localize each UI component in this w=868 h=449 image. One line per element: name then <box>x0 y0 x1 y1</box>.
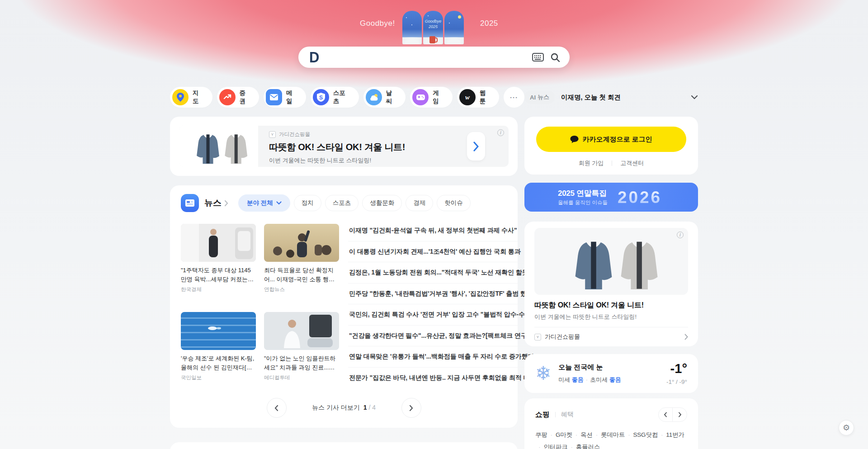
shortcut-label: 지도 <box>193 89 205 105</box>
shopping-next-button[interactable] <box>673 408 687 421</box>
news-card-press: 메디컬투데 <box>264 374 339 381</box>
mail-icon <box>266 89 282 105</box>
shop-link[interactable]: 인터파크 <box>535 444 568 449</box>
advertiser-row[interactable]: Y 가디건쇼핑몰 <box>534 333 688 341</box>
special-2026-graphic: 2026 <box>618 189 662 206</box>
side-ad-card[interactable]: i 따뜻함 OK! 스타일 OK! 겨울 니트! 이번 겨울에는 따뜻한 니트로… <box>524 222 698 346</box>
ai-news-headline[interactable]: 이재명, 오늘 첫 회견 <box>561 93 691 102</box>
advertiser-logo-icon: Y <box>534 334 541 340</box>
ad-product-image: i <box>534 228 688 295</box>
weather-title: 오늘 전국에 눈 <box>558 363 666 372</box>
divider <box>612 161 612 166</box>
weather-cloud-icon <box>366 89 382 105</box>
svg-text:w: w <box>465 94 470 100</box>
tab-politics[interactable]: 정치 <box>294 195 321 211</box>
shop-link[interactable]: G마켓 <box>547 431 572 438</box>
shopping-prev-button[interactable] <box>659 408 673 421</box>
tab-life[interactable]: 생활문화 <box>362 195 402 211</box>
shop-link[interactable]: SSG닷컴 <box>625 431 658 438</box>
more-dots-icon: ··· <box>510 94 518 101</box>
advertiser-logo-icon: Y <box>269 131 276 138</box>
mug-illustration <box>429 36 435 43</box>
shortcut-label: 게임 <box>433 89 445 105</box>
ai-news-row: AI뉴스 이재명, 오늘 첫 회견 <box>524 90 698 104</box>
gear-icon: ⚙ <box>843 423 850 433</box>
ad-banner-card-bottom: Y 가디건쇼핑몰 i <box>170 442 518 449</box>
chevron-right-icon <box>684 334 688 340</box>
pagination-label: 뉴스 기사 더보기 <box>312 404 360 411</box>
shopping-benefit-tab[interactable]: 혜택 <box>561 411 574 419</box>
shortcut-stocks[interactable]: 증권 <box>217 87 259 108</box>
login-card: 카카오계정으로 로그인 회원 가입 고객센터 <box>524 117 698 175</box>
tab-economy[interactable]: 경제 <box>406 195 433 211</box>
news-card-title: "1주택자도 종부 대상 1145만명 육박...세부담 커졌는데" [부동산은… <box>181 266 256 284</box>
news-card-title: "이가 없는 노인 임플란트하세요" 치과들 과잉 진료...모르면 당해, 건… <box>264 354 339 372</box>
shortcut-sports[interactable]: S 스포츠 <box>311 87 359 108</box>
shop-link[interactable]: 홈플러스 <box>568 444 600 449</box>
ad-product-image <box>179 126 258 167</box>
ad-subtitle: 이번 겨울에는 따뜻한 니트로 스타일링! <box>534 313 688 321</box>
shortcut-mail[interactable]: 메일 <box>264 87 306 108</box>
news-photo-card[interactable]: "이가 없는 노인 임플란트하세요" 치과들 과잉 진료...모르면 당해, 건… <box>264 312 339 388</box>
snowflake-icon: ❄ <box>535 364 551 383</box>
settings-gear-button[interactable]: ⚙ <box>839 420 854 435</box>
next-page-button[interactable] <box>401 398 421 418</box>
shortcut-label: 스포츠 <box>333 89 351 105</box>
tab-sports[interactable]: 스포츠 <box>325 195 359 211</box>
shop-link[interactable]: 롯데마트 <box>593 431 625 438</box>
shopping-title: 쇼핑 <box>535 410 550 420</box>
pagination-current: 1 <box>363 404 367 411</box>
news-more-icon[interactable] <box>224 200 228 207</box>
weather-card[interactable]: ❄ 오늘 전국에 눈 미세 좋음·초미세 좋음 -1° -1° / -9° <box>524 354 698 393</box>
news-thumbnail <box>264 224 339 262</box>
ad-subtitle: 이번 겨울에는 따뜻한 니트로 스타일링! <box>269 156 454 165</box>
news-section-icon <box>181 194 199 212</box>
current-temperature: -1° <box>666 362 687 375</box>
shortcut-weather[interactable]: 날씨 <box>363 87 406 108</box>
shortcut-label: 메일 <box>286 89 298 105</box>
advertiser-name: 가디건쇼핑몰 <box>545 333 681 341</box>
shortcut-map[interactable]: 지도 <box>170 87 212 108</box>
prev-page-button[interactable] <box>267 398 287 418</box>
shortcut-label: 증권 <box>240 89 252 105</box>
shopping-card: 쇼핑 혜택 쿠팡G마켓옥션롯데마트SSG닷컴11번가인터파크홈플러스 <box>524 398 698 449</box>
tab-category-all[interactable]: 분야 전체 <box>238 194 290 212</box>
year-end-special-banner[interactable]: 2025 연말특집 올해를 움직인 이슈들 2026 <box>524 183 698 212</box>
news-card-title: '우승 제조'로 세계화된 K-팀, 올해의 선수 된 김민재다[스포츠 결산] <box>181 354 256 372</box>
shortcut-game[interactable]: 게임 <box>410 87 453 108</box>
news-photo-card[interactable]: "1주택자도 종부 대상 1145만명 육박...세부담 커졌는데" [부동산은… <box>181 224 256 300</box>
news-photo-card[interactable]: 최다 득표율로 당선 확정지어... 이재명-국민 소통 행보 이어간다[202… <box>264 224 339 300</box>
ad-info-icon[interactable]: i <box>677 232 684 238</box>
speech-bubble-icon <box>570 135 579 143</box>
ad-title: 따뜻함 OK! 스타일 OK! 겨울 니트! <box>269 141 454 153</box>
banner-center-text: Goodbye2025 <box>423 19 443 29</box>
shop-link[interactable]: 쿠팡 <box>535 431 547 438</box>
ad-info-icon[interactable]: i <box>497 129 504 136</box>
stocks-arrow-icon <box>219 89 236 105</box>
shop-link[interactable]: 옥션 <box>572 431 593 438</box>
special-subtitle: 올해를 움직인 이슈들 <box>558 199 608 206</box>
shortcut-webtoon[interactable]: w 웹툰 <box>457 87 500 108</box>
kakao-login-button[interactable]: 카카오계정으로 로그인 <box>536 127 686 152</box>
sports-s-icon: S <box>313 89 329 105</box>
svg-text:S: S <box>319 95 323 101</box>
ad-go-button[interactable] <box>467 132 485 161</box>
shortcuts-more-button[interactable]: ··· <box>504 87 524 108</box>
news-title: 뉴스 <box>204 197 222 209</box>
gamepad-icon <box>412 89 429 105</box>
tab-hot-issue[interactable]: 핫이슈 <box>437 195 471 211</box>
chevron-down-icon[interactable] <box>691 95 698 99</box>
news-thumbnail <box>181 224 256 262</box>
ad-banner-card: Y 가디건쇼핑몰 따뜻함 OK! 스타일 OK! 겨울 니트! 이번 겨울에는 … <box>170 117 518 176</box>
map-pin-icon <box>172 89 189 105</box>
news-pagination: 뉴스 기사 더보기 1 / 4 <box>181 398 507 418</box>
shop-link[interactable]: 11번가 <box>658 431 684 438</box>
webtoon-w-icon: w <box>459 89 476 105</box>
news-section: 뉴스 분야 전체 정치 스포츠 생활문화 경제 핫이슈 <box>170 185 518 428</box>
signup-link[interactable]: 회원 가입 <box>579 159 604 167</box>
news-photo-grid: "1주택자도 종부 대상 1145만명 육박...세부담 커졌는데" [부동산은… <box>181 224 339 388</box>
ad-banner[interactable]: Y 가디건쇼핑몰 따뜻함 OK! 스타일 OK! 겨울 니트! 이번 겨울에는 … <box>179 126 509 167</box>
news-photo-card[interactable]: '우승 제조'로 세계화된 K-팀, 올해의 선수 된 김민재다[스포츠 결산]… <box>181 312 256 388</box>
news-thumbnail <box>264 312 339 350</box>
help-center-link[interactable]: 고객센터 <box>620 159 644 167</box>
